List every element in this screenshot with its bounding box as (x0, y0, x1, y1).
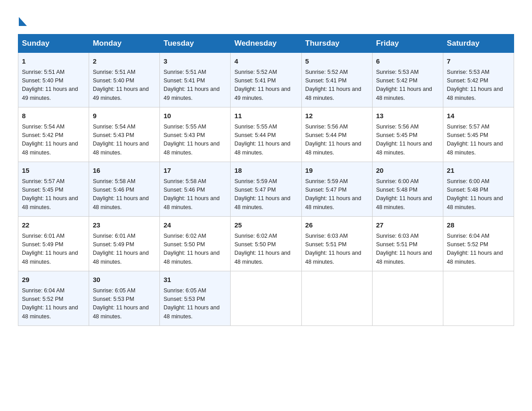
day-info: Sunrise: 5:54 AMSunset: 5:42 PMDaylight:… (22, 123, 85, 158)
day-info: Sunrise: 6:02 AMSunset: 5:50 PMDaylight:… (163, 232, 227, 267)
day-number: 28 (447, 220, 510, 231)
day-number: 26 (305, 220, 369, 231)
day-number: 21 (447, 166, 510, 176)
calendar-day-cell: 4Sunrise: 5:52 AMSunset: 5:41 PMDaylight… (231, 53, 301, 107)
calendar-day-cell: 24Sunrise: 6:02 AMSunset: 5:50 PMDayligh… (160, 217, 231, 271)
day-of-week-header: Tuesday (160, 34, 231, 53)
day-number: 14 (447, 111, 510, 121)
calendar-header-row: SundayMondayTuesdayWednesdayThursdayFrid… (18, 34, 514, 53)
day-number: 19 (305, 166, 369, 176)
day-info: Sunrise: 6:04 AMSunset: 5:52 PMDaylight:… (447, 232, 510, 267)
calendar-day-cell: 17Sunrise: 5:58 AMSunset: 5:46 PMDayligh… (160, 162, 231, 217)
calendar-week-row: 1Sunrise: 5:51 AMSunset: 5:40 PMDaylight… (18, 53, 514, 107)
day-number: 22 (22, 220, 85, 231)
day-info: Sunrise: 5:59 AMSunset: 5:47 PMDaylight:… (305, 177, 369, 212)
day-info: Sunrise: 5:52 AMSunset: 5:41 PMDaylight:… (305, 68, 369, 103)
day-info: Sunrise: 5:54 AMSunset: 5:43 PMDaylight:… (93, 123, 156, 158)
day-number: 13 (376, 111, 439, 121)
calendar-day-cell: 9Sunrise: 5:54 AMSunset: 5:43 PMDaylight… (89, 107, 160, 162)
day-of-week-header: Sunday (18, 34, 89, 53)
day-info: Sunrise: 5:53 AMSunset: 5:42 PMDaylight:… (376, 68, 439, 103)
calendar-day-cell: 7Sunrise: 5:53 AMSunset: 5:42 PMDaylight… (443, 53, 514, 107)
day-info: Sunrise: 5:56 AMSunset: 5:45 PMDaylight:… (376, 123, 439, 158)
day-info: Sunrise: 5:58 AMSunset: 5:46 PMDaylight:… (93, 177, 156, 212)
calendar-day-cell: 28Sunrise: 6:04 AMSunset: 5:52 PMDayligh… (443, 217, 514, 271)
day-info: Sunrise: 5:51 AMSunset: 5:40 PMDaylight:… (93, 68, 156, 103)
calendar-day-cell: 26Sunrise: 6:03 AMSunset: 5:51 PMDayligh… (301, 217, 372, 271)
calendar-day-cell (231, 271, 301, 326)
calendar-day-cell: 31Sunrise: 6:05 AMSunset: 5:53 PMDayligh… (160, 271, 231, 326)
calendar-day-cell: 11Sunrise: 5:55 AMSunset: 5:44 PMDayligh… (231, 107, 301, 162)
day-number: 9 (93, 111, 156, 121)
day-number: 4 (234, 56, 297, 67)
day-info: Sunrise: 5:59 AMSunset: 5:47 PMDaylight:… (234, 177, 297, 212)
day-number: 7 (447, 56, 510, 67)
day-number: 12 (305, 111, 369, 121)
day-number: 3 (163, 56, 227, 67)
day-number: 8 (22, 111, 85, 121)
calendar-table: SundayMondayTuesdayWednesdayThursdayFrid… (18, 34, 514, 326)
day-number: 30 (93, 275, 156, 285)
day-of-week-header: Friday (372, 34, 443, 53)
calendar-day-cell: 10Sunrise: 5:55 AMSunset: 5:43 PMDayligh… (160, 107, 231, 162)
day-number: 31 (163, 275, 227, 285)
day-info: Sunrise: 6:03 AMSunset: 5:51 PMDaylight:… (376, 232, 439, 267)
calendar-day-cell: 19Sunrise: 5:59 AMSunset: 5:47 PMDayligh… (301, 162, 372, 217)
day-info: Sunrise: 5:51 AMSunset: 5:40 PMDaylight:… (22, 68, 85, 103)
calendar-day-cell: 22Sunrise: 6:01 AMSunset: 5:49 PMDayligh… (18, 217, 89, 271)
calendar-day-cell: 14Sunrise: 5:57 AMSunset: 5:45 PMDayligh… (443, 107, 514, 162)
calendar-week-row: 22Sunrise: 6:01 AMSunset: 5:49 PMDayligh… (18, 217, 514, 271)
day-number: 6 (376, 56, 439, 67)
calendar-day-cell: 21Sunrise: 6:00 AMSunset: 5:48 PMDayligh… (443, 162, 514, 217)
calendar-day-cell: 20Sunrise: 6:00 AMSunset: 5:48 PMDayligh… (372, 162, 443, 217)
day-info: Sunrise: 6:01 AMSunset: 5:49 PMDaylight:… (93, 232, 156, 267)
day-number: 1 (22, 56, 85, 67)
day-number: 16 (93, 166, 156, 176)
day-number: 24 (163, 220, 227, 231)
day-info: Sunrise: 6:02 AMSunset: 5:50 PMDaylight:… (234, 232, 297, 267)
calendar-day-cell: 13Sunrise: 5:56 AMSunset: 5:45 PMDayligh… (372, 107, 443, 162)
calendar-day-cell: 5Sunrise: 5:52 AMSunset: 5:41 PMDaylight… (301, 53, 372, 107)
calendar-day-cell: 15Sunrise: 5:57 AMSunset: 5:45 PMDayligh… (18, 162, 89, 217)
day-number: 17 (163, 166, 227, 176)
calendar-day-cell: 27Sunrise: 6:03 AMSunset: 5:51 PMDayligh… (372, 217, 443, 271)
day-info: Sunrise: 5:57 AMSunset: 5:45 PMDaylight:… (22, 177, 85, 212)
day-of-week-header: Thursday (301, 34, 372, 53)
calendar-day-cell: 30Sunrise: 6:05 AMSunset: 5:53 PMDayligh… (89, 271, 160, 326)
day-number: 5 (305, 56, 369, 67)
day-info: Sunrise: 5:52 AMSunset: 5:41 PMDaylight:… (234, 68, 297, 103)
logo-arrow-icon (19, 17, 27, 26)
day-info: Sunrise: 5:56 AMSunset: 5:44 PMDaylight:… (305, 123, 369, 158)
page-header (18, 13, 514, 26)
day-number: 27 (376, 220, 439, 231)
calendar-day-cell: 18Sunrise: 5:59 AMSunset: 5:47 PMDayligh… (231, 162, 301, 217)
logo (18, 17, 27, 26)
day-info: Sunrise: 6:03 AMSunset: 5:51 PMDaylight:… (305, 232, 369, 267)
day-number: 10 (163, 111, 227, 121)
calendar-day-cell: 16Sunrise: 5:58 AMSunset: 5:46 PMDayligh… (89, 162, 160, 217)
calendar-day-cell: 12Sunrise: 5:56 AMSunset: 5:44 PMDayligh… (301, 107, 372, 162)
day-info: Sunrise: 6:05 AMSunset: 5:53 PMDaylight:… (163, 287, 227, 321)
day-info: Sunrise: 5:53 AMSunset: 5:42 PMDaylight:… (447, 68, 510, 103)
day-info: Sunrise: 6:01 AMSunset: 5:49 PMDaylight:… (22, 232, 85, 267)
day-info: Sunrise: 5:55 AMSunset: 5:43 PMDaylight:… (163, 123, 227, 158)
calendar-day-cell (301, 271, 372, 326)
day-info: Sunrise: 6:04 AMSunset: 5:52 PMDaylight:… (22, 287, 85, 321)
day-info: Sunrise: 5:51 AMSunset: 5:41 PMDaylight:… (163, 68, 227, 103)
day-of-week-header: Monday (89, 34, 160, 53)
day-number: 11 (234, 111, 297, 121)
calendar-day-cell (372, 271, 443, 326)
calendar-day-cell (443, 271, 514, 326)
calendar-week-row: 29Sunrise: 6:04 AMSunset: 5:52 PMDayligh… (18, 271, 514, 326)
svg-marker-0 (19, 17, 27, 26)
calendar-week-row: 15Sunrise: 5:57 AMSunset: 5:45 PMDayligh… (18, 162, 514, 217)
calendar-day-cell: 8Sunrise: 5:54 AMSunset: 5:42 PMDaylight… (18, 107, 89, 162)
calendar-day-cell: 25Sunrise: 6:02 AMSunset: 5:50 PMDayligh… (231, 217, 301, 271)
calendar-week-row: 8Sunrise: 5:54 AMSunset: 5:42 PMDaylight… (18, 107, 514, 162)
day-number: 2 (93, 56, 156, 67)
day-info: Sunrise: 5:57 AMSunset: 5:45 PMDaylight:… (447, 123, 510, 158)
day-number: 15 (22, 166, 85, 176)
day-of-week-header: Wednesday (231, 34, 301, 53)
day-number: 23 (93, 220, 156, 231)
day-number: 29 (22, 275, 85, 285)
